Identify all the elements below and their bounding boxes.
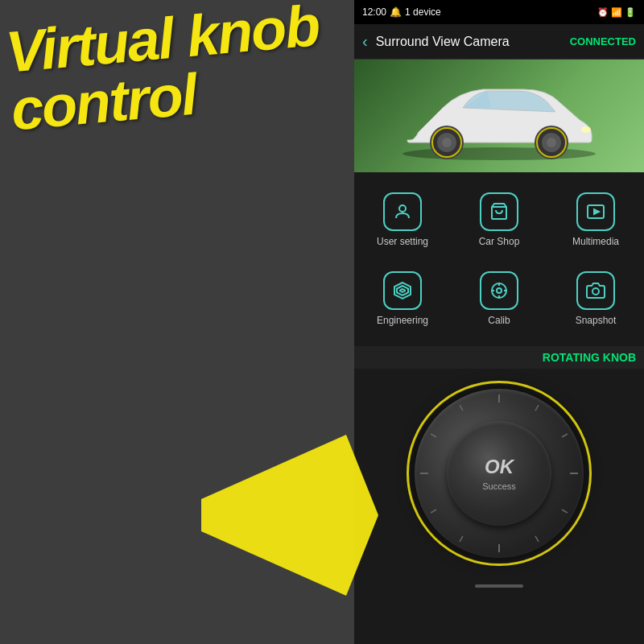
svg-marker-16 — [400, 289, 405, 292]
knob-outer-ring: OK Success — [407, 381, 592, 566]
car-silhouette — [386, 72, 612, 160]
svg-line-28 — [562, 510, 568, 513]
status-bar: 12:00 🔔 1 device ⏰ 📶 🔋 — [354, 0, 644, 24]
app-header: ‹ Surround View Camera CONNECTED — [354, 24, 644, 60]
rotating-knob-label: ROTATING KNOB — [362, 351, 636, 364]
svg-line-34 — [431, 434, 436, 437]
menu-item-multimedia[interactable]: Multimedia — [547, 180, 644, 259]
user-setting-icon — [383, 192, 422, 231]
menu-item-snapshot[interactable]: Snapshot — [547, 259, 644, 338]
svg-line-35 — [460, 405, 463, 411]
svg-line-29 — [535, 536, 539, 542]
menu-grid: User setting Car Shop Multimedia — [354, 172, 644, 346]
snapshot-icon — [576, 271, 615, 310]
menu-item-user-setting[interactable]: User setting — [354, 180, 451, 259]
rotating-knob-section: ROTATING KNOB — [354, 346, 644, 369]
connected-badge: CONNECTED — [570, 35, 636, 47]
calib-label: Calib — [488, 315, 510, 326]
multimedia-label: Multimedia — [572, 236, 619, 247]
svg-marker-0 — [201, 435, 378, 596]
status-right: ⏰ 📶 🔋 — [597, 7, 636, 18]
knob-area: OK Success — [354, 369, 644, 578]
right-panel: 12:00 🔔 1 device ⏰ 📶 🔋 ‹ Surround View C… — [354, 0, 644, 644]
multimedia-icon — [576, 192, 615, 231]
snapshot-label: Snapshot — [576, 315, 617, 326]
status-time: 12:00 — [362, 6, 386, 18]
svg-point-23 — [592, 288, 599, 295]
knob-ticks — [415, 389, 584, 558]
left-panel: Virtual knob control — [0, 0, 354, 644]
svg-point-4 — [442, 138, 452, 147]
alarm-icon: ⏰ — [597, 7, 609, 18]
svg-line-25 — [535, 405, 539, 411]
arrow-pointer — [201, 435, 378, 596]
menu-item-car-shop[interactable]: Car Shop — [451, 180, 547, 259]
svg-marker-13 — [594, 209, 599, 214]
header-title: Surround View Camera — [376, 35, 570, 49]
status-device: 1 device — [405, 6, 441, 18]
svg-marker-15 — [397, 286, 408, 295]
virtual-knob-title: Virtual knob control — [4, 0, 359, 138]
svg-line-32 — [431, 510, 436, 513]
svg-line-31 — [460, 536, 463, 542]
signal-icons: 📶 🔋 — [611, 7, 636, 18]
car-shop-label: Car Shop — [479, 236, 520, 247]
svg-point-18 — [497, 288, 502, 293]
svg-point-11 — [399, 205, 406, 212]
home-indicator[interactable] — [475, 584, 523, 588]
menu-item-calib[interactable]: Calib — [451, 259, 547, 338]
svg-line-26 — [562, 434, 568, 437]
knob-dark-outer: OK Success — [415, 389, 584, 558]
calib-icon — [480, 271, 518, 310]
menu-item-engineering[interactable]: Engineering — [354, 259, 451, 338]
status-icon: 🔔 — [390, 6, 402, 18]
back-button[interactable]: ‹ — [362, 32, 368, 51]
engineering-icon — [383, 271, 422, 310]
svg-point-10 — [581, 126, 591, 133]
svg-point-7 — [547, 138, 556, 147]
car-shop-icon — [480, 192, 518, 231]
status-left: 12:00 🔔 1 device — [362, 6, 441, 18]
bottom-bar — [354, 578, 644, 594]
engineering-label: Engineering — [377, 315, 428, 326]
user-setting-label: User setting — [377, 236, 428, 247]
car-image-area — [354, 60, 644, 172]
